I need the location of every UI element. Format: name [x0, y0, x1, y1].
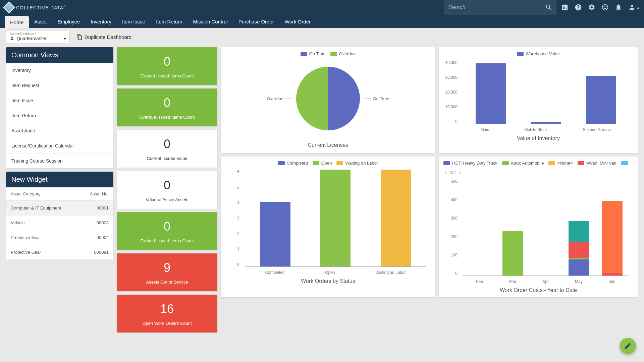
common-view-item[interactable]: Item Return: [6, 108, 113, 123]
pie-chart: [296, 67, 360, 130]
bell-icon[interactable]: [615, 4, 622, 11]
kpi-tile[interactable]: 0Value of Active Assets: [117, 171, 217, 209]
copy-icon: [76, 34, 83, 40]
stacked-bar: [502, 210, 523, 276]
navbar: HomeAssetEmployeeInventoryItem IssueItem…: [0, 15, 644, 28]
brand-name: COLLECTIVE DATA®: [16, 5, 66, 10]
nav-mission-control[interactable]: Mission Control: [188, 15, 233, 28]
common-view-item[interactable]: License/Certification Calendar: [6, 138, 113, 154]
kpi-tile[interactable]: 0Overdue Issued Items Count: [117, 88, 217, 126]
legend-auto: Auto: Automobile: [502, 161, 544, 166]
pencil-icon: [624, 342, 632, 350]
common-views-title: Common Views: [6, 47, 113, 63]
wo-costs-chart: HDT: Heavy Duty Truck Auto: Automobile <…: [439, 157, 638, 297]
nav-employee[interactable]: Employee: [52, 15, 86, 28]
chevron-left-icon[interactable]: [443, 170, 448, 175]
new-widget-panel: New Widget Asset Category Asset No. Comp…: [6, 172, 113, 260]
inventory-value-chart: Warehouse Value 40,00030,00020,00010,000…: [439, 47, 638, 153]
nav-item-return[interactable]: Item Return: [151, 15, 187, 28]
nav-purchase-order[interactable]: Purchase Order: [233, 15, 279, 28]
bar: [531, 122, 561, 124]
table-row[interactable]: Protective Gear000081: [6, 245, 113, 260]
face-icon[interactable]: [601, 4, 609, 11]
common-view-item[interactable]: Item Issue: [6, 93, 113, 108]
bar: [320, 170, 351, 266]
col-asset-no[interactable]: Asset No.: [79, 187, 113, 201]
nav-item-issue[interactable]: Item Issue: [117, 15, 151, 28]
new-widget-table: Asset Category Asset No. Computer & IT E…: [6, 187, 113, 260]
common-view-item[interactable]: Asset Audit: [6, 123, 113, 138]
topbar-icons: a: [561, 4, 639, 11]
common-view-item[interactable]: Inventory: [6, 63, 113, 78]
licenses-title: Current Licenses: [225, 142, 431, 148]
pie-label-left: Overdue: [267, 96, 292, 101]
common-view-item[interactable]: Training Course Session: [6, 154, 113, 168]
bar: [381, 170, 411, 266]
table-row[interactable]: Vehicle00003: [6, 216, 113, 230]
kpi-tile[interactable]: 9Assets Out of Service: [117, 253, 217, 291]
duplicate-dashboard-button[interactable]: Duplicate Dashboard: [76, 34, 131, 40]
search-input[interactable]: [444, 4, 541, 10]
pie-label-right: On Time: [365, 96, 389, 101]
column-1: Common Views InventoryItem RequestItem I…: [6, 47, 113, 333]
column-4: Warehouse Value 40,00030,00020,00010,000…: [439, 47, 638, 333]
chevron-right-icon[interactable]: [458, 170, 463, 175]
edit-fab[interactable]: [620, 338, 636, 354]
legend-mvan: MVan: Mini Van: [578, 161, 616, 166]
gear-icon[interactable]: [588, 4, 595, 11]
dashboard-select[interactable]: Select Dashboard Quartermaster ▾: [6, 31, 70, 43]
bar: [476, 63, 506, 124]
kpi-tile[interactable]: 16Open Work Orders Count: [117, 295, 217, 333]
col-asset-category[interactable]: Asset Category: [6, 187, 79, 201]
legend-none: <None>: [548, 161, 573, 166]
nav-home[interactable]: Home: [5, 16, 29, 28]
help-icon[interactable]: [575, 4, 582, 11]
common-views-panel: Common Views InventoryItem RequestItem I…: [6, 47, 113, 168]
search-wrap: [444, 0, 556, 15]
legend-waiting: Waiting on Labor: [336, 161, 378, 166]
person-icon: [10, 36, 14, 41]
kpi-column: 0Expired Issued Items Count0Overdue Issu…: [117, 47, 217, 333]
legend-completed: Completed: [278, 161, 308, 166]
brand-logo: COLLECTIVE DATA®: [5, 3, 66, 12]
legend-open: Open: [313, 161, 332, 166]
topbar: COLLECTIVE DATA® a: [0, 0, 644, 15]
search-icon[interactable]: [545, 4, 552, 11]
stacked-bar: [602, 191, 623, 276]
legend-hdt: HDT: Heavy Duty Truck: [443, 161, 497, 166]
legend-warehouse: Warehouse Value: [517, 51, 560, 56]
subheader: Select Dashboard Quartermaster ▾ Duplica…: [0, 28, 644, 46]
legend-ontime: On Time: [301, 51, 326, 56]
nav-work-order[interactable]: Work Order: [279, 15, 316, 28]
legend-extra: [621, 161, 628, 165]
table-row[interactable]: Protective Gear00004: [6, 230, 113, 245]
chevron-down-icon: ▾: [64, 36, 66, 41]
nav-inventory[interactable]: Inventory: [85, 15, 117, 28]
wo-status-title: Work Orders by Status: [225, 278, 431, 284]
user-menu[interactable]: a: [628, 4, 639, 11]
logo-diamond-icon: [3, 1, 15, 14]
stacked-bar: [469, 275, 490, 276]
bar: [586, 76, 616, 124]
new-widget-title: New Widget: [6, 172, 113, 187]
workorders-status-chart: Completed Open Waiting on Labor 6543210 …: [221, 157, 435, 297]
common-view-item[interactable]: Item Request: [6, 78, 113, 93]
chart-icon[interactable]: [561, 4, 569, 11]
stacked-bar: [569, 203, 589, 276]
table-row[interactable]: Computer & IT Equipment00001: [6, 201, 113, 216]
legend-overdue: Overdue: [330, 51, 356, 56]
bar: [260, 202, 290, 266]
kpi-tile[interactable]: 0Expired Issued Items Count: [117, 212, 217, 250]
licenses-chart: On Time Overdue Overdue On Time Current …: [221, 47, 435, 153]
column-3: On Time Overdue Overdue On Time Current …: [221, 47, 435, 333]
wo-costs-title: Work Order Costs - Year to Date: [443, 287, 633, 293]
kpi-tile[interactable]: 0Current Issued Value: [117, 130, 217, 168]
legend-pager[interactable]: 1/2: [443, 170, 463, 175]
kpi-tile[interactable]: 0Expired Issued Items Count: [117, 47, 217, 85]
nav-asset[interactable]: Asset: [29, 15, 52, 28]
inventory-title: Value of Inventory: [443, 135, 633, 141]
